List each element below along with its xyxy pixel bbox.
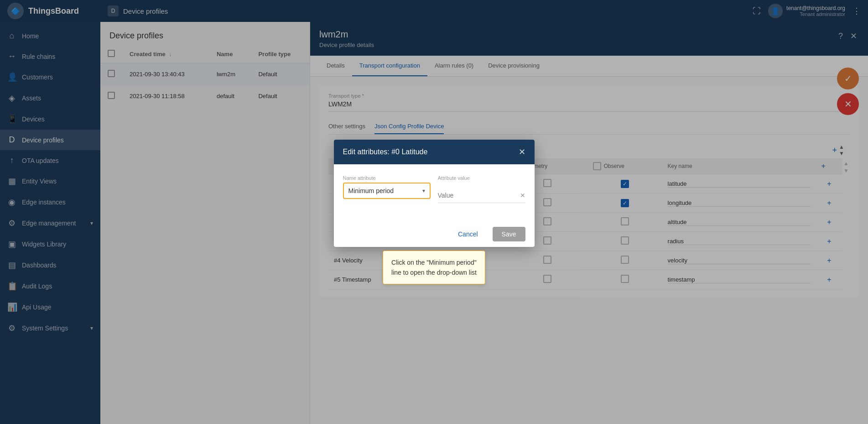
modal-header: Edit attributes: #0 Latitude ✕ xyxy=(334,140,535,164)
modal-save-button[interactable]: Save xyxy=(493,227,525,241)
modal-title: Edit attributes: #0 Latitude xyxy=(343,148,428,156)
clear-input-icon[interactable]: ✕ xyxy=(520,192,525,199)
tooltip-text: Click on the "Minimum period" line to op… xyxy=(391,259,477,276)
name-attribute-value: Minimum period xyxy=(348,187,394,194)
modal-overlay: Edit attributes: #0 Latitude ✕ Name attr… xyxy=(0,0,868,424)
modal-footer: Cancel Save xyxy=(334,221,535,247)
dropdown-arrow-icon: ▾ xyxy=(422,188,425,194)
modal-body: Name attribute Minimum period ▾ Attribut… xyxy=(334,164,535,221)
name-attribute-field: Name attribute Minimum period ▾ xyxy=(343,175,431,203)
modal-cancel-button[interactable]: Cancel xyxy=(449,227,487,241)
attribute-value-input[interactable] xyxy=(438,192,520,199)
name-attribute-select[interactable]: Minimum period ▾ xyxy=(343,183,431,199)
modal-fields: Name attribute Minimum period ▾ Attribut… xyxy=(343,175,525,203)
attribute-value-label: Attribute value xyxy=(438,175,525,181)
edit-attributes-modal: Edit attributes: #0 Latitude ✕ Name attr… xyxy=(334,140,535,247)
name-attribute-label: Name attribute xyxy=(343,175,431,181)
attribute-value-input-wrapper: ✕ xyxy=(438,188,525,203)
attribute-value-field: Attribute value ✕ xyxy=(438,175,525,203)
modal-close-icon[interactable]: ✕ xyxy=(519,147,525,157)
